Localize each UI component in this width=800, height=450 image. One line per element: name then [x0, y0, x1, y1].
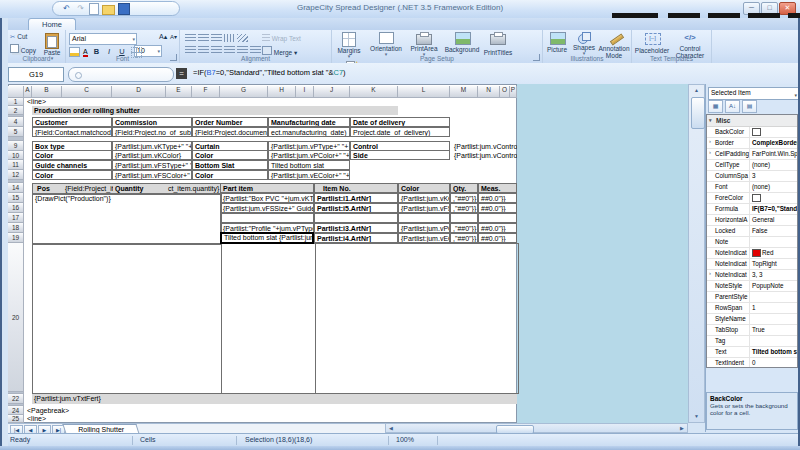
cell-b2[interactable]: Production order rolling shutter	[32, 106, 398, 115]
cell-row20-region[interactable]	[32, 243, 519, 394]
row-header-11[interactable]: 11	[8, 160, 24, 170]
row-header-2[interactable]: 2	[8, 106, 24, 115]
increase-indent-icon[interactable]	[250, 46, 261, 54]
cell-l18[interactable]: {Partlist:jum.vPColor}	[398, 223, 450, 233]
cell-b22[interactable]: {Partlist:jum.vTxtFert}	[32, 394, 517, 404]
row-header-18[interactable]: 18	[8, 223, 24, 233]
cell-l17[interactable]	[398, 213, 450, 223]
property-row[interactable]: NoteIndicatRed	[707, 248, 797, 259]
cell-n16[interactable]: ##0.0"}}	[478, 203, 517, 213]
property-row[interactable]: NoteIndicat3, 3	[707, 270, 797, 281]
cell-f10[interactable]: Color	[192, 150, 268, 160]
vertical-scroll-thumb[interactable]	[691, 97, 705, 129]
col-header-k[interactable]: K	[350, 86, 398, 98]
print-titles-button[interactable]: PrintTitles	[482, 31, 514, 56]
cell-n17[interactable]	[478, 213, 517, 223]
row-header-15[interactable]: 15	[8, 193, 24, 203]
cell-a1[interactable]: <line>	[25, 98, 85, 106]
placeholder-button[interactable]: [–] Placeholder	[632, 31, 672, 54]
scroll-up-icon[interactable]: ▲	[689, 85, 704, 96]
cell-a25[interactable]: <line>	[25, 415, 85, 423]
col-header-i[interactable]: I	[296, 86, 314, 98]
property-row[interactable]: CellPaddingFarPoint.Win.Sprea	[707, 149, 797, 160]
cell-g16[interactable]: {Partlist:jum.vFSSize+" Guide "+	[220, 203, 314, 213]
property-row[interactable]: Tag	[707, 336, 797, 347]
align-bottom-icon[interactable]	[211, 34, 222, 42]
cell-j18[interactable]: Partlist:i3.ArtNr]	[314, 223, 398, 233]
cell-b15-drawpict-area[interactable]: {DrawPict("Production")}	[32, 193, 222, 245]
property-row[interactable]: TabStopTrue	[707, 325, 797, 336]
row-header-5[interactable]: 5	[8, 127, 24, 137]
categorized-view-icon[interactable]: ▦	[708, 100, 723, 113]
new-document-icon[interactable]	[89, 3, 99, 15]
cell-n18[interactable]: ##0.0"}}	[478, 223, 517, 233]
cell-a24[interactable]: <Pagebreak>	[25, 406, 95, 415]
property-row[interactable]: BackColor	[707, 127, 797, 138]
rotate-text-icon[interactable]	[237, 34, 248, 42]
cell-n15[interactable]: ##0.0"}}	[478, 193, 517, 203]
cell-l19[interactable]: {Partlist:jum.vEColor}	[398, 233, 450, 243]
row-header-24[interactable]: 24	[8, 406, 24, 415]
col-header-j[interactable]: J	[314, 86, 350, 98]
col-header-l[interactable]: L	[398, 86, 450, 98]
align-right-icon[interactable]	[211, 46, 222, 54]
property-row[interactable]: CellType(none)	[707, 160, 797, 171]
cell-m19[interactable]: ,"##0"}}	[450, 233, 478, 243]
property-row[interactable]: Font(none)	[707, 182, 797, 193]
cell-g17[interactable]	[220, 213, 314, 223]
cell-m9[interactable]: {Partlist:jum.vControlTyp	[452, 142, 517, 151]
row-header-10[interactable]: 10	[8, 151, 24, 160]
cell-reference-box[interactable]: G19	[8, 67, 64, 82]
formula-input[interactable]: =IF(B7=0,"Standard","Tilted bottom slat …	[193, 68, 513, 77]
property-row[interactable]: ForeColor	[707, 193, 797, 204]
cell-f5[interactable]: {Field:Project.document_	[192, 127, 268, 137]
cell-b12[interactable]: Color	[32, 170, 112, 180]
font-family-select[interactable]: Arial	[69, 33, 137, 45]
col-header-f[interactable]: F	[192, 86, 220, 98]
property-pages-icon[interactable]: ▤	[742, 100, 757, 113]
orientation-button[interactable]: Orientation	[366, 31, 406, 57]
cell-d12[interactable]: {Partlist:jum.vFSColor+"	[112, 170, 192, 180]
cell-l15[interactable]: {Partlist:jum.vKColor}	[398, 193, 450, 203]
row-header-14[interactable]: 14	[8, 183, 24, 193]
property-row[interactable]: TextTilted bottom slat {P	[707, 347, 797, 358]
row-header-12[interactable]: 12	[8, 170, 24, 180]
cell-n14[interactable]: Meas.	[478, 183, 517, 193]
row-header-4[interactable]: 4	[8, 117, 24, 127]
scroll-left-icon[interactable]: ◀	[386, 424, 396, 433]
cell-m15[interactable]: ,"##0"}}	[450, 193, 478, 203]
scroll-down-icon[interactable]: ▼	[689, 411, 704, 422]
picture-button[interactable]: Picture	[543, 31, 571, 53]
col-header-a[interactable]: A	[24, 86, 32, 98]
property-row[interactable]: FormulaIF(B7=0,"Standa	[707, 204, 797, 215]
cell-m18[interactable]: ,"##0"}}	[450, 223, 478, 233]
cell-k10[interactable]: Side	[350, 150, 450, 160]
cell-g14[interactable]: Part item	[220, 183, 314, 193]
property-row[interactable]: StyleName	[707, 314, 797, 325]
cell-h10[interactable]: {Partlist:jum.vPColor+" "+	[268, 150, 350, 160]
property-row[interactable]: Note	[707, 237, 797, 248]
scroll-right-icon[interactable]: ▶	[677, 424, 687, 433]
cell-l16[interactable]: {Partlist:jum.vFSColor+" "	[398, 203, 450, 213]
shrink-font-button[interactable]: A▾	[170, 33, 177, 40]
alphabetical-sort-icon[interactable]: A↓	[725, 100, 740, 113]
cell-m16[interactable]: ,"##0"}}	[450, 203, 478, 213]
col-header-g[interactable]: G	[220, 86, 268, 98]
grid-vertical-scrollbar[interactable]: ▲ ▼	[688, 84, 705, 423]
property-row[interactable]: ColumnSpa3	[707, 171, 797, 182]
cell-l14[interactable]: Color	[398, 183, 450, 193]
open-folder-icon[interactable]	[102, 5, 115, 15]
shapes-button[interactable]: Shapes	[571, 31, 597, 56]
selected-item-dropdown[interactable]: Selected Item	[708, 87, 800, 100]
redo-icon[interactable]: ↷	[75, 3, 86, 14]
align-center-icon[interactable]	[198, 46, 209, 54]
copy-button[interactable]: Copy	[10, 44, 36, 54]
decrease-indent-icon[interactable]	[237, 46, 248, 54]
cell-f11[interactable]: Bottom Slat	[192, 160, 268, 170]
cell-m17[interactable]	[450, 213, 478, 223]
status-zoom[interactable]: 100%	[396, 436, 414, 443]
cell-d11[interactable]: {Partlist:jum.vFSType+" "	[112, 160, 192, 170]
cell-h5[interactable]: ect.manufacturing_date)	[268, 127, 350, 137]
cell-h12[interactable]: {Partlist:jum.vEColor+" "+	[268, 170, 350, 180]
cell-j19[interactable]: Partlist:i4.ArtNr]	[314, 233, 398, 243]
